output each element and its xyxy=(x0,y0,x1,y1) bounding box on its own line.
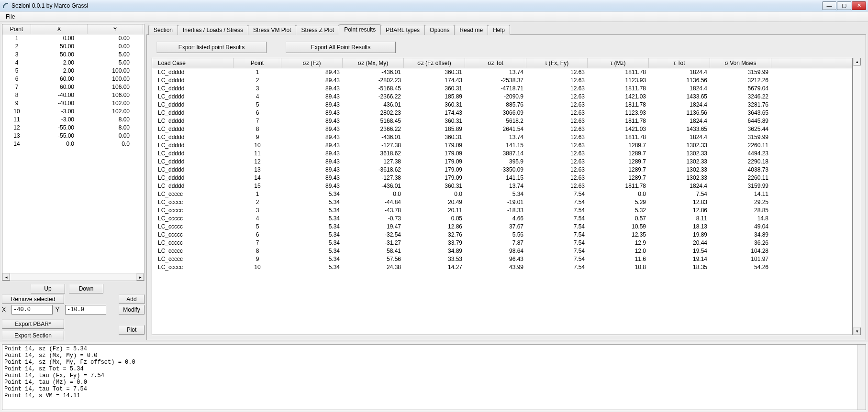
results-header-col[interactable]: Point xyxy=(234,58,281,68)
table-row[interactable]: LC_ccccc95.3457.5633.5396.437.5411.619.1… xyxy=(152,255,852,263)
table-row[interactable]: LC_ddddd289.43-2802.23174.43-2538.3712.6… xyxy=(152,76,852,85)
results-header-col[interactable]: Load Case xyxy=(152,58,234,68)
points-header-point[interactable]: Point xyxy=(2,24,31,34)
points-body[interactable]: 10.000.00250.000.00350.005.0042.005.0052… xyxy=(2,34,144,273)
table-row[interactable]: LC_ddddd1589.43-436.01360.3113.7412.6318… xyxy=(152,182,852,190)
log-v-scrollbar[interactable] xyxy=(857,345,866,410)
cell: 54.26 xyxy=(710,263,771,271)
results-v-scrollbar[interactable]: ▴ ▾ xyxy=(853,58,861,335)
cell: LC_ddddd xyxy=(152,141,234,150)
tab-inertias-loads-stress[interactable]: Inertias / Loads / Stress xyxy=(178,25,248,35)
tab-stress-vm-plot[interactable]: Stress VM Plot xyxy=(248,25,296,35)
export-pbar-button[interactable]: Export PBAR* xyxy=(2,319,64,329)
table-row[interactable]: LC_ccccc65.34-32.5432.765.567.5412.3519.… xyxy=(152,231,852,239)
table-row[interactable]: LC_ddddd689.432802.23174.433066.0912.631… xyxy=(152,109,852,117)
cell: 12.63 xyxy=(526,109,588,117)
results-header-col[interactable]: τ Tot xyxy=(649,58,710,68)
cell: 101.97 xyxy=(710,255,771,263)
results-body[interactable]: LC_ddddd189.43-436.01360.3113.7412.63181… xyxy=(152,68,852,335)
results-header-col[interactable]: τ (Fx, Fy) xyxy=(526,58,588,68)
table-row[interactable]: LC_ccccc45.34-0.730.054.667.540.578.1114… xyxy=(152,215,852,223)
table-row[interactable]: 760.00106.00 xyxy=(2,83,144,91)
table-row[interactable]: 250.000.00 xyxy=(2,43,144,51)
points-h-scrollbar[interactable]: ◂ ▸ xyxy=(2,273,144,281)
table-row[interactable]: 42.005.00 xyxy=(2,59,144,67)
table-row[interactable]: 140.00.0 xyxy=(2,140,144,148)
scroll-right-icon[interactable]: ▸ xyxy=(136,273,144,281)
table-row[interactable]: 13-55.000.00 xyxy=(2,132,144,140)
results-header-col[interactable]: σz Tot xyxy=(465,58,526,68)
results-header-col[interactable]: σ Von Mises xyxy=(710,58,771,68)
table-row[interactable]: LC_ddddd789.435168.45360.315618.212.6318… xyxy=(152,117,852,125)
table-row[interactable]: LC_ccccc15.340.00.05.347.540.07.5414.11 xyxy=(152,190,852,198)
tab-options[interactable]: Options xyxy=(424,25,455,35)
down-button[interactable]: Down xyxy=(69,284,103,293)
table-row[interactable]: LC_ddddd189.43-436.01360.3113.7412.63181… xyxy=(152,68,852,76)
close-button[interactable]: ✕ xyxy=(852,1,866,10)
table-row[interactable]: LC_ccccc25.34-44.8420.49-19.017.545.2912… xyxy=(152,198,852,206)
results-header-col[interactable]: σz (Mx, My) xyxy=(343,58,404,68)
tab-read-me[interactable]: Read me xyxy=(454,25,488,35)
tab-section[interactable]: Section xyxy=(148,25,178,35)
tab-point-results[interactable]: Point results xyxy=(339,24,381,35)
table-row[interactable]: 10-3.00102.00 xyxy=(2,108,144,116)
export-section-button[interactable]: Export Section xyxy=(2,331,64,340)
menu-file[interactable]: File xyxy=(2,12,19,21)
results-header-col[interactable]: σz (Fz offset) xyxy=(404,58,465,68)
table-row[interactable]: LC_ddddd589.43436.01360.31885.7612.63181… xyxy=(152,101,852,109)
results-header-col[interactable]: σz (Fz) xyxy=(281,58,343,68)
plot-button[interactable]: Plot xyxy=(119,325,145,335)
table-row[interactable]: LC_ddddd1089.43-127.38179.09141.1512.631… xyxy=(152,141,852,150)
table-row[interactable]: 52.00100.00 xyxy=(2,67,144,75)
table-row[interactable]: LC_ddddd389.43-5168.45360.31-4718.7112.6… xyxy=(152,85,852,93)
cell: 12.63 xyxy=(526,166,588,174)
results-header-col[interactable]: τ (Mz) xyxy=(588,58,649,68)
table-row[interactable]: 9-40.00102.00 xyxy=(2,99,144,108)
up-button[interactable]: Up xyxy=(31,284,65,293)
table-row[interactable]: LC_ccccc85.3458.4134.8998.647.5412.019.5… xyxy=(152,247,852,255)
table-row[interactable]: LC_ccccc75.34-31.2733.797.877.5412.920.4… xyxy=(152,239,852,247)
cell: 360.31 xyxy=(404,101,465,109)
log-textarea[interactable]: Point 14, sz (Fz) = 5.34 Point 14, sz (M… xyxy=(2,344,866,410)
table-row[interactable]: 660.00100.00 xyxy=(2,75,144,83)
modify-button[interactable]: Modify xyxy=(119,305,145,314)
x-input[interactable] xyxy=(11,305,53,314)
table-row[interactable]: LC_ddddd1189.433618.62179.093887.1412.63… xyxy=(152,150,852,158)
tab-pbarl-types[interactable]: PBARL types xyxy=(380,25,425,35)
table-row[interactable]: LC_ddddd1289.43127.38179.09395.912.63128… xyxy=(152,158,852,166)
v-scroll-track[interactable] xyxy=(853,65,861,327)
scroll-up-icon[interactable]: ▴ xyxy=(853,58,861,65)
cell-y: 0.0 xyxy=(88,140,143,148)
table-row[interactable]: LC_ccccc55.3419.4712.8637.677.5410.5918.… xyxy=(152,223,852,231)
table-row[interactable]: LC_ccccc35.34-43.7820.11-18.337.545.3212… xyxy=(152,206,852,215)
y-input[interactable] xyxy=(65,305,106,314)
tab-stress-z-plot[interactable]: Stress Z Plot xyxy=(296,25,339,35)
points-header-y[interactable]: Y xyxy=(88,24,143,34)
maximize-button[interactable]: ▢ xyxy=(837,1,851,10)
add-button[interactable]: Add xyxy=(119,294,145,304)
cell: 7.54 xyxy=(526,215,588,223)
table-row[interactable]: 11-3.008.00 xyxy=(2,116,144,124)
cell: 11 xyxy=(234,150,281,158)
points-header-x[interactable]: X xyxy=(31,24,88,34)
table-row[interactable]: LC_ddddd1489.43-127.38179.09141.1512.631… xyxy=(152,174,852,182)
cell: 8.11 xyxy=(649,215,710,223)
minimize-button[interactable]: — xyxy=(822,1,836,10)
remove-selected-button[interactable]: Remove selected xyxy=(2,294,64,304)
table-row[interactable]: LC_ddddd889.432366.22185.892641.5412.631… xyxy=(152,125,852,133)
table-row[interactable]: LC_ddddd1389.43-3618.62179.09-3350.0912.… xyxy=(152,166,852,174)
table-row[interactable]: 12-55.008.00 xyxy=(2,124,144,132)
scroll-down-icon[interactable]: ▾ xyxy=(853,327,861,335)
h-scroll-track[interactable] xyxy=(10,273,136,281)
export-listed-button[interactable]: Export listed point Results xyxy=(156,42,267,53)
table-row[interactable]: 8-40.00106.00 xyxy=(2,91,144,99)
tab-help[interactable]: Help xyxy=(488,25,510,35)
table-row[interactable]: LC_ddddd489.43-2366.22185.89-2090.912.63… xyxy=(152,93,852,101)
table-row[interactable]: 350.005.00 xyxy=(2,51,144,59)
table-row[interactable]: 10.000.00 xyxy=(2,34,144,43)
window-titlebar: Sezioni 0.0.1 by Marco Grassi — ▢ ✕ xyxy=(0,0,868,11)
export-all-button[interactable]: Export All Point Results xyxy=(286,42,396,53)
table-row[interactable]: LC_ddddd989.43-436.01360.3113.7412.63181… xyxy=(152,133,852,141)
scroll-left-icon[interactable]: ◂ xyxy=(2,273,10,281)
table-row[interactable]: LC_ccccc105.3424.3814.2743.997.5410.818.… xyxy=(152,263,852,271)
